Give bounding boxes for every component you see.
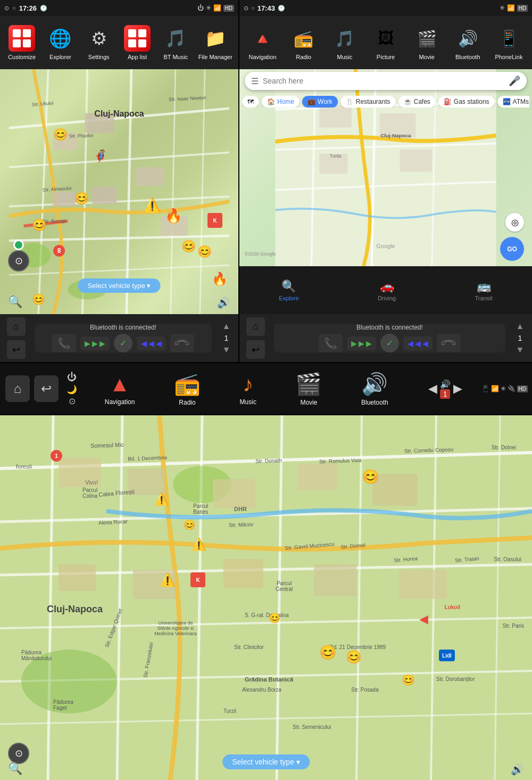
left-bt-down[interactable]: ▼ [222, 345, 231, 355]
wifi-icon: 📶 [213, 4, 221, 12]
left-bt-home-btn[interactable]: ⌂ [7, 317, 26, 336]
mid-sys-icons: ⏻ 🌙 ⊙ [64, 372, 80, 406]
left-bt-check[interactable]: ✓ [114, 334, 132, 352]
tab-explore[interactable]: 🔍 Explore [271, 277, 306, 304]
right-bt-check[interactable]: ✓ [380, 334, 399, 352]
mid-app-radio[interactable]: 📻 Radio [174, 372, 201, 406]
app-btmusic[interactable]: 🎵 BT Music [160, 25, 192, 60]
right-bt-call-end[interactable]: 📞 [437, 334, 461, 352]
go-btn[interactable]: GO [500, 237, 524, 261]
chip-work[interactable]: 💼 Work [302, 96, 338, 108]
right-bt-home-btn[interactable]: ⌂ [246, 317, 265, 336]
right-phone-green-icon: 📞 [324, 337, 337, 350]
chip-cafes[interactable]: ☕ Cafes [398, 96, 436, 108]
mid-app-music[interactable]: ♪ Music [240, 372, 256, 406]
mid-app-navigation[interactable]: ▲ Navigation [105, 372, 135, 406]
left-time: 17:26 [19, 4, 37, 12]
svg-rect-27 [380, 113, 416, 137]
navigation-icon: 🔺 [250, 25, 276, 52]
road-network-svg [0, 69, 238, 314]
tab-transit[interactable]: 🚌 Transit [467, 277, 501, 304]
app-applist[interactable]: App list [121, 25, 153, 60]
app-bluetooth[interactable]: 🔊 Bluetooth [452, 25, 484, 60]
left-bt-call-answer[interactable]: 📞 [52, 334, 76, 352]
chip-restaurants[interactable]: 🍴 Restaurants [340, 96, 396, 108]
mid-power-icon[interactable]: ⏻ [67, 372, 77, 383]
app-movie-label: Movie [419, 54, 434, 60]
right-arrow-right-1: ▶ [351, 339, 357, 348]
mid-moon-icon[interactable]: 🌙 [66, 384, 77, 395]
clock-icon: 🕐 [40, 5, 47, 12]
right-arrow-left-3: ◀ [422, 339, 428, 348]
compass-btn-left[interactable]: ⊙ [8, 250, 29, 272]
right-appbar: 🔺 Navigation 📻 Radio 🎵 Music 🖼 Picture 🎬… [239, 16, 532, 69]
chip-layers[interactable]: 🗺 [242, 96, 259, 108]
app-btmusic-label: BT Music [164, 54, 188, 60]
mic-icon[interactable]: 🎤 [509, 75, 520, 87]
volume-icon-left[interactable]: 🔊 [217, 296, 230, 309]
search-input[interactable] [263, 77, 504, 85]
mid-home-btn[interactable]: ⌂ [5, 375, 30, 402]
svg-line-35 [0, 564, 532, 575]
left-bt-back-btn[interactable]: ↩ [7, 340, 26, 359]
tab-transit-label: Transit [475, 295, 493, 301]
waze-search-icon-left[interactable]: 🔍 [8, 295, 22, 309]
bottom-str-21: Turzii [223, 708, 236, 714]
app-phonelink[interactable]: 📱 PhoneLink [493, 25, 525, 60]
bottom-compass-btn[interactable]: ⊙ [8, 743, 29, 764]
bottom-str-7: Calea Florești [98, 488, 135, 498]
right-bt-up[interactable]: ▲ [516, 322, 525, 331]
compass-right[interactable]: ◎ [505, 213, 524, 232]
svg-rect-15 [53, 192, 75, 207]
bottom-waze-search-icon[interactable]: 🔍 [8, 762, 22, 776]
bottom-parcul-babes: ParculBabes [193, 503, 208, 515]
chip-gas[interactable]: ⛽ Gas stations [438, 96, 495, 108]
arrow-right-2: ▶ [92, 339, 98, 348]
mid-app-bluetooth[interactable]: 🔊 Bluetooth [361, 372, 388, 406]
btmusic-icon: 🎵 [162, 25, 189, 52]
right-bt-down[interactable]: ▼ [516, 345, 525, 355]
app-bluetooth-label: Bluetooth [455, 54, 480, 60]
app-customize[interactable]: Customize [6, 25, 38, 60]
mid-settings-icon[interactable]: ⊙ [69, 396, 76, 406]
mid-back-btn[interactable]: ↩ [34, 375, 59, 402]
bottom-volume-icon[interactable]: 🔊 [511, 763, 524, 776]
app-picture[interactable]: 🖼 Picture [370, 25, 402, 60]
chip-home[interactable]: 🏠 Home [262, 96, 300, 108]
bottom-select-vehicle-btn[interactable]: Select vehicle type ▾ [222, 754, 310, 769]
chip-atms[interactable]: 🏧 ATMs [497, 96, 529, 108]
select-vehicle-btn[interactable]: Select vehicle type ▾ [78, 278, 160, 293]
app-music[interactable]: 🎵 Music [329, 25, 361, 60]
vol-next-btn[interactable]: ▶ [453, 382, 462, 396]
left-bt-call-end[interactable]: 📞 [170, 334, 194, 352]
svg-rect-50 [213, 479, 255, 508]
right-clock-icon: 🕐 [278, 5, 285, 12]
svg-line-40 [117, 415, 122, 780]
left-bt-nav: ⌂ ↩ [0, 315, 32, 362]
waze-icon: 🔥 [212, 272, 228, 286]
route-badge-8: 8 [53, 245, 65, 257]
bottom-lidl-marker: Lidl [439, 650, 455, 661]
app-explorer[interactable]: 🌐 Explorer [44, 25, 76, 60]
app-navigation[interactable]: 🔺 Navigation [247, 25, 279, 60]
app-radio-label: Radio [296, 54, 311, 60]
app-settings[interactable]: ⚙ Settings [83, 25, 115, 60]
music-icon: 🎵 [331, 25, 358, 52]
app-movie[interactable]: 🎬 Movie [411, 25, 443, 60]
right-bt-call-answer[interactable]: 📞 [319, 334, 343, 352]
emoji-marker-6: 😊 [197, 245, 212, 259]
explore-icon: 🔍 [281, 280, 296, 293]
bottom-emoji-3: ⚠️ [192, 538, 206, 552]
mid-app-movie[interactable]: 🎬 Movie [295, 372, 322, 406]
left-bt-up[interactable]: ▲ [222, 322, 231, 331]
vol-prev-btn[interactable]: ◀ [428, 382, 437, 396]
svg-rect-51 [298, 463, 338, 490]
right-bt-num: 1 [518, 334, 522, 342]
right-bt-back-btn[interactable]: ↩ [246, 340, 265, 359]
app-radio[interactable]: 📻 Radio [288, 25, 320, 60]
circle-icon: ○ [12, 5, 16, 11]
right-bt-controls: 📞 ▶ ▶ ▶ ✓ ◀ ◀ ◀ 📞 [319, 334, 461, 352]
search-bar[interactable]: ☰ 🎤 [245, 72, 527, 90]
tab-driving[interactable]: 🚗 Driving [370, 277, 404, 304]
app-filemanager[interactable]: 📁 File Manager [198, 25, 232, 60]
